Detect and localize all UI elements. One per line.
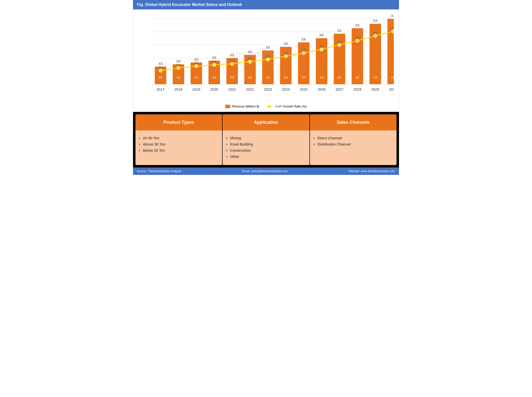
x-label-2017: 2017 xyxy=(157,87,165,91)
inner-label-2028: XX xyxy=(355,76,360,79)
page-wrapper: Fig. Global Hybrid Excavator Market Stat… xyxy=(133,0,399,175)
x-label-2020: 2020 xyxy=(210,87,218,91)
chart-area: XX XX XX XX XX XX XX XX XX XX XX XX XX X… xyxy=(138,14,394,103)
line-label-2027: XX xyxy=(338,40,342,43)
line-label-2028: XX xyxy=(355,36,360,40)
watermark-line1: The Industry Stats xyxy=(230,49,302,58)
inner-label-2030: XX xyxy=(391,76,394,79)
dot-2029 xyxy=(374,34,377,38)
dot-2028 xyxy=(356,39,359,42)
legend-revenue-box xyxy=(225,105,230,108)
legend-revenue-label: Revenue (Million $) xyxy=(232,104,259,108)
inner-label-2029: XX xyxy=(373,76,378,79)
list-item: Other xyxy=(230,153,304,160)
footer-email: Email: sales@theindustrystats.com xyxy=(242,169,288,173)
x-label-2026: 2026 xyxy=(318,87,325,91)
line-label-2018: XX xyxy=(176,63,181,67)
legend-growth-svg xyxy=(267,105,274,108)
inner-label-2017: XX xyxy=(158,76,163,79)
dot-2019 xyxy=(195,64,198,68)
inner-label-2025: XX xyxy=(302,76,306,79)
list-item: 20-30 Ton xyxy=(143,135,217,141)
product-types-list: 20-30 Ton Above 30 Ton Below 20 Ton xyxy=(143,135,217,153)
dot-2021 xyxy=(231,62,234,65)
inner-label-2023: XX xyxy=(266,76,270,79)
inner-label-2019: XX xyxy=(194,76,198,79)
label-bar-2020: XX xyxy=(212,56,216,60)
list-item: Below 20 Ton xyxy=(143,147,217,153)
inner-label-2026: XX xyxy=(320,76,324,79)
dot-2025 xyxy=(302,52,305,55)
x-label-2030: 2030 xyxy=(389,87,394,91)
inner-label-2018: XX xyxy=(176,76,181,79)
line-label-2029: XX xyxy=(373,31,378,34)
x-label-2029: 2029 xyxy=(371,87,379,91)
line-label-2020: XX xyxy=(212,60,216,63)
chart-container: XX XX XX XX XX XX XX XX XX XX XX XX XX X… xyxy=(133,9,399,112)
application-list: Mining Road Building Construction Other xyxy=(230,135,304,160)
sales-channels-list: Direct Channel Distribution Channel xyxy=(317,135,392,147)
line-label-2021: XX xyxy=(230,59,234,63)
x-label-2021: 2021 xyxy=(228,87,236,91)
x-label-2022: 2022 xyxy=(246,87,254,91)
label-bar-2018: XX xyxy=(176,60,181,63)
footer: Source: Theindustrystats Analysis Email:… xyxy=(133,167,399,175)
list-item: Distribution Channel xyxy=(317,141,392,147)
line-label-2030: XX xyxy=(391,26,394,30)
label-bar-2024: XX xyxy=(284,42,288,46)
line-label-2019: XX xyxy=(194,61,198,65)
label-bar-2025: XX xyxy=(302,38,306,41)
line-label-2025: XX xyxy=(302,48,306,52)
label-bar-2027: XX xyxy=(337,29,342,33)
list-item: Construction xyxy=(230,147,304,153)
sales-channels-body: Direct Channel Distribution Channel xyxy=(310,130,397,165)
x-label-2018: 2018 xyxy=(174,87,182,91)
dot-2020 xyxy=(213,63,216,66)
list-item: Mining xyxy=(230,135,304,141)
chart-title: Fig. Global Hybrid Excavator Market Stat… xyxy=(137,2,242,7)
inner-label-2024: XX xyxy=(284,76,288,79)
application-card: Application Mining Road Building Constru… xyxy=(223,114,309,165)
line-label-2017: XX xyxy=(158,66,163,69)
inner-label-2020: XX xyxy=(212,76,216,79)
list-item: Above 30 Ton xyxy=(143,141,217,147)
dot-2026 xyxy=(320,48,323,51)
dot-2027 xyxy=(338,43,341,47)
product-types-card: Product Types 20-30 Ton Above 30 Ton Bel… xyxy=(135,114,222,165)
x-label-2025: 2025 xyxy=(300,87,308,91)
x-label-2023: 2023 xyxy=(264,87,272,91)
dot-2017 xyxy=(159,69,162,72)
footer-source: Source: Theindustrystats Analysis xyxy=(137,169,181,173)
line-label-2026: XX xyxy=(320,44,324,48)
chart-header: Fig. Global Hybrid Excavator Market Stat… xyxy=(133,0,399,9)
label-bar-2017: XX xyxy=(158,62,163,65)
legend-revenue: Revenue (Million $) xyxy=(225,104,259,108)
inner-label-2022: XX xyxy=(248,76,252,79)
label-bar-2030: XX xyxy=(391,14,394,18)
inner-label-2027: XX xyxy=(338,76,342,79)
x-label-2028: 2028 xyxy=(353,87,361,91)
dot-2018 xyxy=(177,66,180,70)
label-bar-2028: XX xyxy=(355,23,360,27)
label-bar-2029: XX xyxy=(373,19,378,23)
sales-channels-card: Sales Channels Direct Channel Distributi… xyxy=(310,114,397,165)
sales-channels-header: Sales Channels xyxy=(310,114,397,130)
product-types-header: Product Types xyxy=(135,114,222,130)
chart-legend: Revenue (Million $) Y-oY Growth Rate (%) xyxy=(138,103,394,109)
x-label-2027: 2027 xyxy=(336,87,343,91)
x-label-2024: 2024 xyxy=(282,87,290,91)
inner-label-2021: XX xyxy=(230,76,234,79)
x-label-2019: 2019 xyxy=(192,87,200,91)
product-types-body: 20-30 Ton Above 30 Ton Below 20 Ton xyxy=(135,130,222,165)
legend-growth-label: Y-oY Growth Rate (%) xyxy=(275,104,307,108)
list-item: Road Building xyxy=(230,141,304,147)
application-body: Mining Road Building Construction Other xyxy=(223,130,309,165)
legend-growth: Y-oY Growth Rate (%) xyxy=(267,104,307,108)
dot-2030 xyxy=(392,30,394,33)
watermark-line2: market research xyxy=(238,62,294,67)
label-bar-2019: XX xyxy=(194,58,199,61)
chart-svg: XX XX XX XX XX XX XX XX XX XX XX XX XX X… xyxy=(138,14,394,103)
list-item: Direct Channel xyxy=(317,135,392,141)
label-bar-2023: XX xyxy=(266,46,270,49)
application-header: Application xyxy=(223,114,309,130)
